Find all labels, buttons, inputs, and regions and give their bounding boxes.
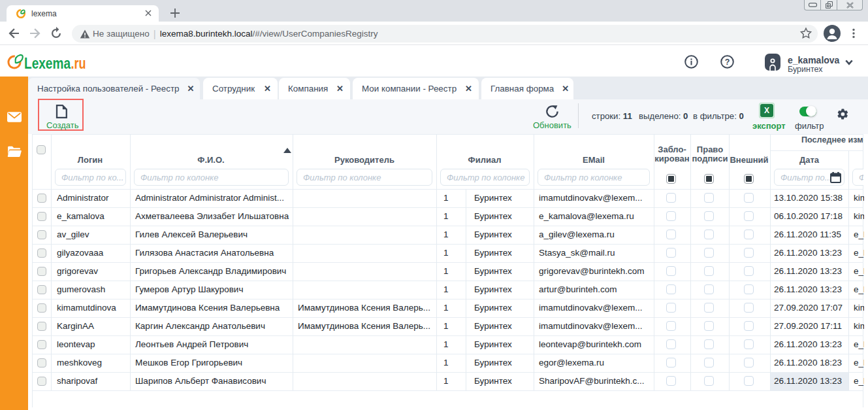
svg-text:Lexema: Lexema [24, 54, 71, 72]
svg-text:.ru: .ru [71, 54, 86, 72]
svg-text:?: ? [725, 58, 730, 67]
